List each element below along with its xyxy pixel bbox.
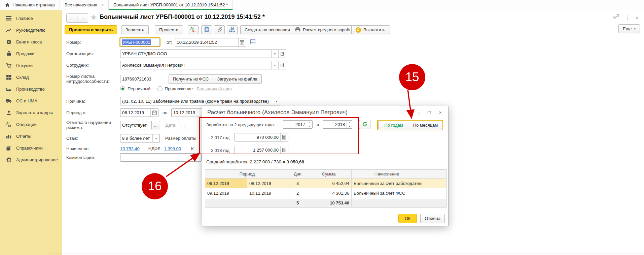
chevron-down-icon[interactable]: ▾ — [273, 97, 280, 105]
sidebar-item-sales[interactable]: Продажи — [0, 48, 62, 60]
load-from-file-button[interactable]: Загрузить из файла — [213, 74, 262, 84]
chevron-down-icon[interactable]: ▾ — [152, 134, 159, 142]
experience-input[interactable]: 8 и более лет ▾ — [120, 134, 160, 142]
factory-icon — [5, 87, 12, 92]
tab-home-label: Начальная страница — [12, 2, 55, 7]
sidebar-item-main[interactable]: Главное — [0, 12, 62, 24]
ndfl-label: НДФЛ: — [148, 146, 162, 151]
sidebar-item-operations[interactable]: ДтКт Операции — [0, 119, 62, 130]
get-from-fss-button[interactable]: Получить из ФСС — [169, 74, 213, 84]
sidebar-item-production[interactable]: Производство — [0, 83, 62, 95]
sidebar-item-bank[interactable]: ₽ Банк и касса — [0, 36, 62, 48]
sidebar-item-catalogs[interactable]: Справочники — [0, 142, 62, 154]
comment-input[interactable] — [120, 153, 202, 162]
cell-period-from[interactable]: 09.12.2019 — [205, 188, 247, 198]
by-months-button[interactable]: По месяцам — [409, 121, 442, 129]
sidebar-item-hr[interactable]: Зарплата и кадры — [0, 107, 62, 119]
page-title: Больничный лист УРБП-000001 от 10.12.201… — [100, 13, 265, 21]
by-years-button[interactable]: По годам — [378, 121, 409, 129]
row-organization: Организация: УРБАН СТУДИО ООО ▾ — [66, 50, 286, 58]
structure-button[interactable] — [227, 25, 238, 34]
more-button[interactable]: Еще▾ — [618, 24, 640, 33]
cell-period-to[interactable]: 10.12.2019 — [247, 188, 289, 198]
home-icon — [5, 3, 10, 7]
back-button[interactable]: ← — [66, 13, 77, 23]
post-button[interactable]: Провести — [155, 25, 183, 34]
truck-icon — [5, 99, 12, 103]
table-row[interactable]: 06.12.2019 08.12.2019 3 6 452,04 Больнич… — [205, 179, 446, 188]
reason-input[interactable]: (01, 02, 10, 11) Заболевание или травма … — [120, 97, 280, 105]
cell-accrual[interactable]: Больничный за счет ФСС — [352, 188, 422, 198]
organization-input[interactable]: УРБАН СТУДИО ООО ▾ — [120, 50, 286, 58]
open-item-icon[interactable] — [278, 50, 286, 58]
total-days: 5 — [289, 198, 306, 207]
cell-extra[interactable] — [422, 179, 446, 188]
dt-kt-postings-button[interactable]: ДтКт — [188, 25, 199, 34]
nav-history-group: ← → — [66, 13, 88, 23]
sick-number-input[interactable]: 187698721633 — [120, 75, 165, 83]
annotation-badge-15: 15 — [399, 64, 425, 90]
chevron-down-icon[interactable]: ▾ — [271, 61, 278, 69]
post-and-close-button[interactable]: Провести и закрыть — [65, 25, 117, 34]
cell-sum[interactable]: 6 452,04 — [306, 179, 352, 188]
cell-period-from[interactable]: 06.12.2019 — [205, 179, 247, 188]
dialog-menu-icon[interactable]: ⋮ — [417, 109, 422, 116]
close-icon[interactable]: × — [101, 2, 104, 7]
cell-sum[interactable]: 4 301,36 — [306, 188, 352, 198]
ok-button[interactable]: ОК — [398, 214, 417, 223]
close-form-icon[interactable]: × — [636, 15, 639, 21]
cancel-button[interactable]: Отмена — [420, 214, 445, 223]
create-based-on-button[interactable]: Создать на основании▾ — [240, 25, 298, 34]
accrued-amount-link[interactable]: 10 753,40 — [120, 146, 140, 151]
cell-days[interactable]: 2 — [289, 188, 306, 198]
chevron-down-icon[interactable]: ▾ — [271, 50, 278, 58]
violation-input[interactable]: Отсутствует — [120, 121, 152, 129]
open-register-icon[interactable] — [250, 39, 255, 45]
caret-down-icon: ▾ — [634, 27, 636, 31]
cell-days[interactable]: 3 — [289, 179, 306, 188]
show-list-button[interactable] — [201, 25, 212, 34]
tab-all-accruals[interactable]: Все начисления × — [60, 0, 109, 10]
employee-input[interactable]: Ахилесов Эммануил Петрович ▾ — [120, 61, 286, 69]
sidebar-item-manager[interactable]: Руководителю — [0, 24, 62, 36]
dialog-maximize-icon[interactable]: □ — [428, 109, 431, 115]
document-datetime-input[interactable]: 10.12.2019 15:41:52 — [175, 38, 246, 46]
sick-leave-link[interactable]: Больничный лист — [196, 86, 232, 91]
sidebar-item-label: ОС и НМА — [16, 98, 37, 103]
calendar-icon[interactable] — [238, 38, 246, 46]
refresh-button[interactable] — [359, 120, 370, 129]
cell-accrual[interactable]: Больничный за счет работодателя — [352, 179, 422, 188]
continuation-radio[interactable] — [157, 86, 163, 91]
cell-period-to[interactable]: 08.12.2019 — [247, 179, 289, 188]
sidebar-item-label: Операции — [16, 122, 37, 127]
calendar-icon[interactable] — [150, 109, 158, 117]
attachments-button[interactable] — [214, 25, 225, 34]
open-item-icon[interactable] — [278, 61, 286, 69]
table-header-row: Период Дни Сумма Начисление — [205, 170, 446, 179]
more-vertical-icon[interactable]: ⋮ — [625, 14, 630, 21]
favorite-star-icon[interactable]: ★ — [90, 13, 97, 22]
cell-extra[interactable] — [422, 188, 446, 198]
tab-home[interactable]: Начальная страница — [0, 0, 60, 10]
primary-radio[interactable] — [120, 86, 125, 91]
col-sum: Сумма — [306, 170, 352, 179]
dialog-close-icon[interactable]: × — [439, 109, 442, 115]
ndfl-amount-link[interactable]: 1 398,00 — [164, 146, 181, 151]
violation-more-button[interactable]: ... — [151, 121, 160, 129]
number-input[interactable]: УРБП-000001 — [120, 38, 160, 46]
table-row[interactable]: 09.12.2019 10.12.2019 2 4 301,36 Больнич… — [205, 188, 446, 198]
pay-button[interactable]: ₽ Выплатить — [351, 25, 390, 34]
accrued-label: Начислено: — [66, 146, 120, 151]
sidebar-item-reports[interactable]: Отчеты — [0, 130, 62, 142]
sidebar-item-purchases[interactable]: Покупки — [0, 60, 62, 71]
link-icon[interactable] — [613, 14, 619, 21]
sidebar-item-os-nma[interactable]: ОС и НМА — [0, 95, 62, 107]
sidebar-item-administration[interactable]: Администрирование — [0, 154, 62, 166]
person-icon — [5, 110, 12, 115]
continuation-radio-label: Продолжение: — [165, 86, 194, 91]
period-from-input[interactable]: 06.12.2019 — [120, 108, 158, 117]
forward-button[interactable]: → — [77, 13, 88, 23]
sidebar-item-warehouse[interactable]: Склад — [0, 71, 62, 83]
save-button[interactable]: Записать — [121, 25, 149, 34]
tab-sick-leave[interactable]: Больничный лист УРБП-000001 от 10.12.201… — [109, 0, 233, 10]
